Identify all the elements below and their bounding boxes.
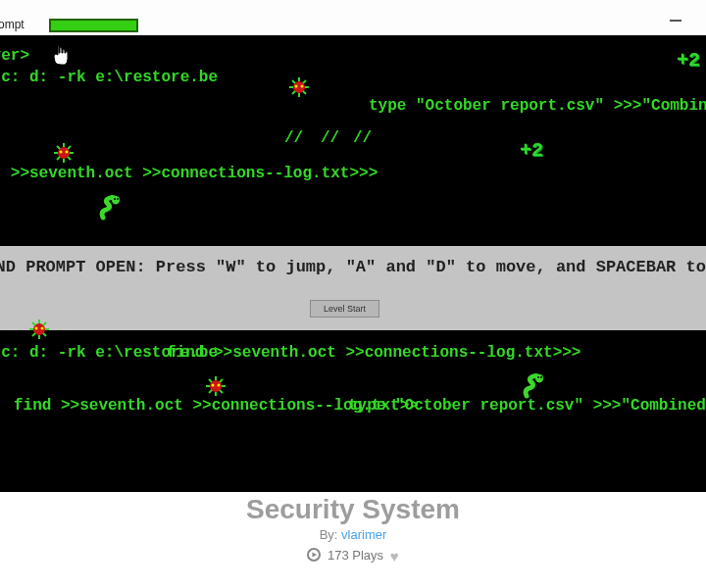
svg-point-49 — [540, 376, 542, 378]
author-link[interactable]: vlarimer — [341, 527, 386, 542]
window-title: l Prompt — [0, 18, 25, 31]
plays-row: 173 Plays ♥ — [0, 548, 706, 564]
snake-sprite — [522, 372, 545, 400]
virus-sprite — [54, 143, 74, 163]
plays-count: 173 Plays — [328, 548, 383, 563]
game-viewport[interactable]: ayer> e c: d: -rk e:\restore.be type "Oc… — [0, 35, 706, 492]
svg-point-46 — [218, 384, 221, 387]
stage-text-find1: nd >>seventh.oct >>connections--log.txt>… — [0, 165, 378, 182]
svg-line-6 — [303, 91, 306, 94]
svg-line-18 — [57, 157, 60, 160]
by-label: By: — [320, 527, 338, 542]
svg-line-44 — [220, 379, 223, 382]
window-titlebar: l Prompt — [0, 0, 706, 32]
score-plus2-b: +2 — [520, 139, 543, 162]
stage-text-type2: type "October report.csv" >>>"Combined r… — [348, 397, 706, 415]
instruction-text: MMAND PROMPT OPEN: Press "W" to jump, "A… — [0, 258, 706, 276]
svg-point-24 — [117, 198, 119, 200]
stage-text-player: ayer> — [0, 47, 29, 65]
svg-point-21 — [66, 151, 69, 154]
stage-text-find2: find >>seventh.oct >>connections--log.tx… — [167, 344, 580, 362]
svg-point-20 — [60, 151, 63, 154]
stage-text-slashes1: // — [284, 129, 303, 147]
svg-line-5 — [292, 80, 295, 83]
svg-line-33 — [43, 322, 46, 325]
svg-point-45 — [212, 384, 215, 387]
stage-text-type1: type "October report.csv" >>>"Combined r… — [369, 97, 706, 115]
game-info-footer: Security System By: vlarimer 173 Plays ♥ — [0, 490, 706, 564]
score-plus2-a: +2 — [677, 49, 700, 72]
svg-line-31 — [43, 333, 46, 336]
svg-line-17 — [68, 157, 71, 160]
svg-point-34 — [35, 327, 38, 330]
level-start-button[interactable]: Level Start — [310, 300, 379, 318]
stage-text-restore1: e c: d: -rk e:\restore.be — [0, 69, 218, 86]
stage-text-slashes2: // — [321, 129, 339, 147]
svg-point-23 — [114, 198, 116, 200]
plays-icon — [307, 548, 321, 564]
svg-line-43 — [209, 390, 212, 393]
virus-sprite — [289, 77, 309, 97]
byline: By: vlarimer — [0, 527, 706, 542]
svg-line-30 — [32, 322, 35, 325]
svg-point-35 — [41, 327, 44, 330]
svg-point-22 — [112, 196, 120, 204]
window-minimize-button[interactable] — [670, 20, 681, 22]
health-bar — [49, 19, 138, 32]
svg-line-16 — [57, 146, 60, 149]
svg-point-9 — [295, 85, 298, 88]
heart-icon[interactable]: ♥ — [390, 548, 399, 564]
svg-line-7 — [292, 91, 295, 94]
svg-point-10 — [301, 85, 304, 88]
svg-line-19 — [68, 146, 71, 149]
pointer-cursor-icon — [52, 44, 70, 66]
stage-text-slashes3: // — [353, 129, 372, 147]
svg-line-42 — [220, 390, 223, 393]
svg-line-32 — [32, 333, 35, 336]
game-title: Security System — [0, 494, 706, 525]
virus-sprite — [206, 376, 226, 396]
svg-marker-51 — [313, 553, 318, 558]
svg-point-47 — [535, 374, 543, 382]
snake-sprite — [98, 194, 122, 221]
svg-line-41 — [209, 379, 212, 382]
virus-sprite — [29, 319, 49, 339]
instruction-overlay: MMAND PROMPT OPEN: Press "W" to jump, "A… — [0, 246, 706, 330]
svg-line-8 — [303, 80, 306, 83]
svg-point-48 — [537, 376, 539, 378]
